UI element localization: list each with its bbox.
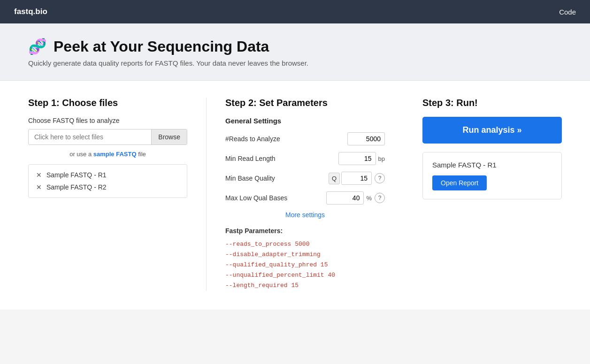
min-length-input[interactable] — [338, 152, 376, 165]
param-row-max-low-qual: Max Low Qual Bases % ? — [225, 191, 385, 205]
file-name-1: Sample FASTQ - R1 — [46, 171, 107, 179]
file-list-item-1: ✕ Sample FASTQ - R1 — [36, 171, 179, 179]
step2-heading: Step 2: Set Parameters — [225, 98, 385, 108]
browse-button[interactable]: Browse — [151, 129, 187, 144]
reads-input[interactable] — [347, 132, 385, 145]
sample-fastq-link[interactable]: sample FASTQ — [93, 151, 137, 158]
param-label-reads: #Reads to Analyze — [225, 135, 347, 143]
more-settings-link[interactable]: More settings — [225, 211, 385, 219]
fastp-param-5: --length_required 15 — [225, 281, 385, 291]
step3-heading: Step 3: Run! — [422, 98, 562, 108]
param-label-max-low-qual: Max Low Qual Bases — [225, 194, 326, 202]
max-low-qual-input[interactable] — [326, 191, 364, 205]
file-name-2: Sample FASTQ - R2 — [46, 183, 107, 191]
param-label-min-qual: Min Base Quality — [225, 174, 329, 182]
param-label-min-length: Min Read Length — [225, 155, 338, 162]
navbar-brand: fastq.bio — [14, 7, 47, 16]
step1-label: Choose FASTQ files to analyze — [28, 117, 187, 124]
max-low-qual-help-button[interactable]: ? — [375, 193, 385, 203]
param-row-reads: #Reads to Analyze — [225, 132, 385, 145]
file-list-item-2: ✕ Sample FASTQ - R2 — [36, 183, 179, 191]
fastp-param-3: --qualified_quality_phred 15 — [225, 260, 385, 270]
step1-heading: Step 1: Choose files — [28, 98, 187, 108]
param-row-min-qual: Min Base Quality Q ? — [225, 172, 385, 185]
hero-title: Peek at Your Sequencing Data — [54, 38, 269, 55]
open-report-button[interactable]: Open Report — [432, 175, 487, 190]
fastp-param-2: --disable_adapter_trimming — [225, 250, 385, 260]
min-qual-help-button[interactable]: ? — [375, 173, 385, 183]
remove-icon-2[interactable]: ✕ — [36, 183, 42, 191]
file-input[interactable] — [29, 129, 151, 144]
sample-text-post: file — [137, 151, 146, 158]
file-list-box: ✕ Sample FASTQ - R1 ✕ Sample FASTQ - R2 — [28, 164, 187, 198]
hero-subtitle: Quickly generate data quality reports fo… — [28, 59, 562, 67]
hero-section: 🧬 Peek at Your Sequencing Data Quickly g… — [0, 23, 590, 81]
run-analysis-button[interactable]: Run analysis » — [422, 117, 562, 144]
report-card-title: Sample FASTQ - R1 — [432, 161, 552, 169]
step2-section: Step 2: Set Parameters General Settings … — [207, 98, 404, 291]
fastp-param-4: --unqualified_percent_limit 40 — [225, 270, 385, 281]
q-badge: Q — [329, 173, 340, 184]
step3-section: Step 3: Run! Run analysis » Sample FASTQ… — [404, 98, 562, 291]
fastp-label: Fastp Parameters: — [225, 227, 385, 235]
report-card: Sample FASTQ - R1 Open Report — [422, 152, 562, 199]
max-low-qual-unit: % — [366, 195, 372, 202]
min-qual-input[interactable] — [341, 172, 372, 185]
param-row-min-length: Min Read Length bp — [225, 152, 385, 165]
main-content: Step 1: Choose files Choose FASTQ files … — [0, 81, 590, 310]
navbar-code-link[interactable]: Code — [559, 8, 576, 16]
file-input-row[interactable]: Browse — [28, 129, 187, 145]
navbar: fastq.bio Code — [0, 0, 590, 23]
step1-section: Step 1: Choose files Choose FASTQ files … — [28, 98, 207, 291]
remove-icon-1[interactable]: ✕ — [36, 171, 42, 179]
fastp-param-1: --reads_to_process 5000 — [225, 239, 385, 250]
sample-text-pre: or use a — [69, 151, 93, 158]
fastp-params: --reads_to_process 5000 --disable_adapte… — [225, 239, 385, 291]
min-length-unit: bp — [378, 155, 385, 162]
sample-row: or use a sample FASTQ file — [28, 151, 187, 158]
dna-icon: 🧬 — [28, 38, 47, 55]
general-settings-label: General Settings — [225, 117, 385, 125]
